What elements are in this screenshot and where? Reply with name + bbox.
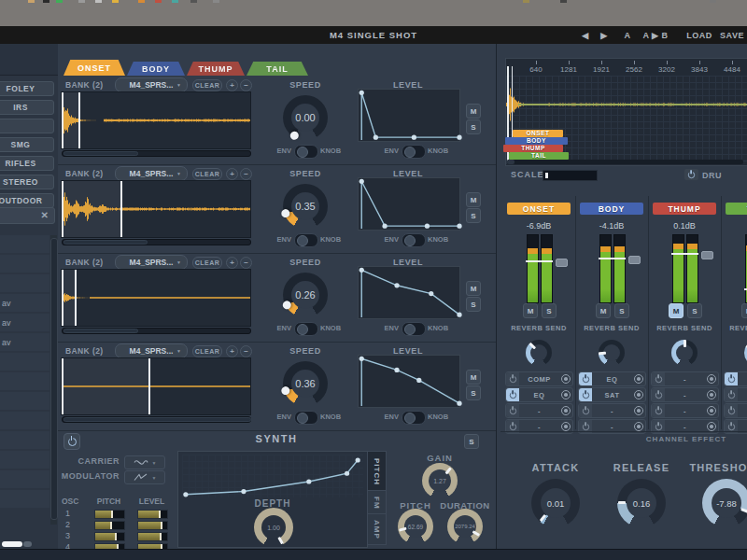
channel-mute-button[interactable]: M bbox=[523, 303, 538, 318]
effect-power-button[interactable] bbox=[652, 404, 665, 417]
effect-power-button[interactable] bbox=[579, 404, 592, 417]
effect-slot[interactable]: - bbox=[505, 403, 573, 418]
effect-power-button[interactable] bbox=[652, 372, 665, 385]
effect-slot[interactable]: SAT bbox=[578, 387, 646, 402]
effect-slot[interactable]: EQ bbox=[578, 371, 646, 386]
effect-power-button[interactable] bbox=[579, 372, 592, 385]
effect-power-button[interactable] bbox=[506, 404, 519, 417]
effect-slot-target-button[interactable] bbox=[707, 374, 716, 384]
channel-db-value: -6.9dB bbox=[507, 221, 571, 231]
power-icon bbox=[509, 407, 515, 413]
ruler-tick-label: 2562 bbox=[618, 65, 650, 74]
fader-line[interactable] bbox=[671, 253, 698, 255]
effect-slot-target-button[interactable] bbox=[634, 390, 643, 399]
effect-slot[interactable] bbox=[724, 403, 747, 418]
effect-slot-label: - bbox=[519, 404, 559, 417]
effect-slot-label: COMP bbox=[519, 372, 559, 385]
power-icon bbox=[655, 423, 661, 429]
ruler-tick bbox=[667, 61, 668, 64]
channel-header-onset[interactable]: ONSET bbox=[507, 203, 571, 215]
fader-handle[interactable] bbox=[628, 256, 641, 264]
fader-line[interactable] bbox=[599, 258, 626, 259]
drum-mode-power-button[interactable] bbox=[684, 169, 698, 180]
effect-slot[interactable]: - bbox=[578, 403, 646, 418]
region-bar-body[interactable]: BODY bbox=[505, 137, 568, 145]
channel-header-tail[interactable]: TAIL bbox=[726, 203, 747, 215]
effect-slot-target-button[interactable] bbox=[707, 422, 716, 431]
channel-header-thump[interactable]: THUMP bbox=[653, 203, 716, 215]
effect-slot-label: - bbox=[665, 404, 705, 417]
channel-mute-button[interactable]: M bbox=[596, 303, 611, 318]
effect-slot-target-button[interactable] bbox=[561, 390, 571, 399]
effect-slot[interactable]: EQ bbox=[505, 387, 573, 402]
channel-effect-label: CHANNEL EFFECT bbox=[616, 435, 747, 443]
channel-solo-button[interactable]: S bbox=[687, 303, 702, 318]
effect-power-button[interactable] bbox=[725, 372, 738, 385]
knob-indicator bbox=[599, 352, 606, 356]
power-icon bbox=[655, 407, 661, 413]
release-knob[interactable]: 0.16 bbox=[617, 479, 666, 527]
knob-pointer bbox=[617, 479, 666, 527]
channel-solo-button[interactable]: S bbox=[542, 303, 557, 318]
reverb-send-knob[interactable] bbox=[599, 340, 625, 366]
effect-slot-label bbox=[738, 388, 747, 401]
channel-mute-button[interactable]: M bbox=[741, 303, 747, 318]
ruler-tick bbox=[634, 61, 635, 64]
scale-slider[interactable] bbox=[543, 170, 598, 181]
effect-slot-target-button[interactable] bbox=[561, 406, 571, 415]
threshold-knob[interactable]: -7.88 bbox=[702, 479, 747, 527]
fader-handle[interactable] bbox=[701, 251, 713, 259]
effect-slot[interactable]: COMP bbox=[505, 371, 573, 386]
effect-power-button[interactable] bbox=[506, 372, 519, 385]
effect-slot-target-button[interactable] bbox=[561, 374, 571, 384]
threshold-label: THRESHOLD bbox=[652, 462, 747, 473]
target-icon bbox=[561, 406, 571, 415]
knob-indicator bbox=[740, 508, 747, 513]
effect-power-button[interactable] bbox=[725, 404, 738, 417]
effect-power-button[interactable] bbox=[725, 388, 738, 401]
ruler-tick-label: 640 bbox=[520, 65, 552, 74]
effect-power-button[interactable] bbox=[652, 388, 665, 401]
effect-slot[interactable]: - bbox=[651, 403, 719, 418]
target-icon bbox=[707, 406, 716, 415]
effect-slot-target-button[interactable] bbox=[634, 374, 643, 384]
effect-slot[interactable] bbox=[724, 387, 747, 402]
reverb-send-knob[interactable] bbox=[526, 340, 552, 366]
channel-db-value: -4.1dB bbox=[580, 221, 643, 231]
target-icon bbox=[634, 422, 643, 431]
power-icon bbox=[509, 375, 515, 382]
target-icon bbox=[707, 390, 716, 399]
effect-slot[interactable]: - bbox=[651, 371, 719, 386]
fader-handle[interactable] bbox=[556, 259, 568, 267]
effect-slot-target-button[interactable] bbox=[707, 390, 716, 399]
overview-scrollbar[interactable] bbox=[507, 160, 743, 164]
attack-knob[interactable]: 0.01 bbox=[531, 479, 580, 527]
channel-solo-button[interactable]: S bbox=[614, 303, 629, 318]
effect-slot-label: - bbox=[665, 388, 705, 401]
channel-divider bbox=[648, 196, 649, 429]
knob-indicator bbox=[540, 514, 546, 522]
target-icon bbox=[634, 406, 643, 415]
effect-slot[interactable] bbox=[724, 371, 747, 386]
channel-mute-button[interactable]: M bbox=[669, 303, 684, 318]
region-bar-tail[interactable]: TAIL bbox=[509, 152, 569, 160]
effect-slot[interactable]: - bbox=[651, 387, 719, 402]
effect-power-button[interactable] bbox=[506, 388, 519, 401]
effect-slot-label bbox=[738, 404, 747, 417]
region-bar-thump[interactable]: THUMP bbox=[503, 145, 563, 152]
knob-indicator bbox=[618, 502, 626, 505]
region-bar-onset[interactable]: ONSET bbox=[513, 130, 563, 137]
effect-slot-target-button[interactable] bbox=[634, 406, 643, 415]
overview-scrollbar-handle[interactable] bbox=[507, 160, 514, 164]
reverb-send-knob[interactable] bbox=[671, 340, 698, 366]
effect-slot-target-button[interactable] bbox=[634, 422, 643, 431]
knob-indicator bbox=[684, 340, 686, 347]
ruler-tick bbox=[536, 61, 537, 64]
ruler-tick bbox=[732, 61, 733, 64]
fader-line[interactable] bbox=[526, 260, 553, 262]
channel-header-body[interactable]: BODY bbox=[580, 203, 643, 215]
effect-slot-target-button[interactable] bbox=[561, 422, 571, 431]
scale-slider-handle[interactable] bbox=[545, 173, 548, 178]
effect-power-button[interactable] bbox=[579, 388, 592, 401]
effect-slot-target-button[interactable] bbox=[707, 406, 716, 415]
